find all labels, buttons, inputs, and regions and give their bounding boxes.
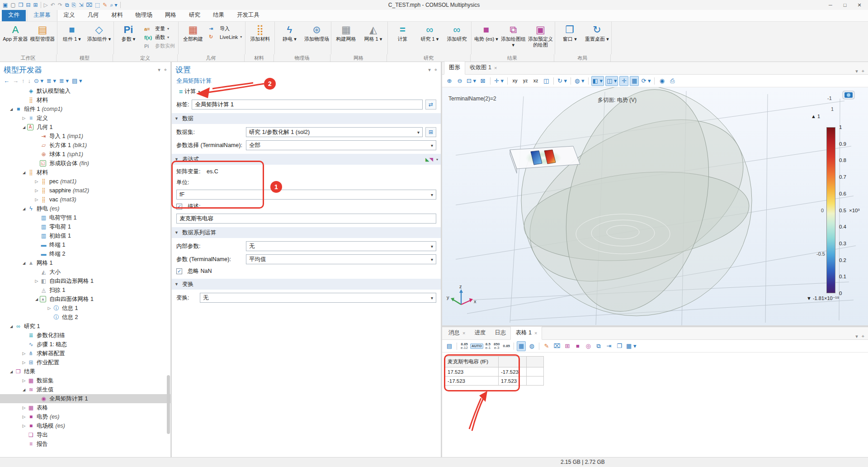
show-grid-icon[interactable]: ▦ bbox=[630, 76, 639, 86]
description-input-field[interactable] bbox=[179, 215, 433, 222]
precision-compact[interactable]: 850e-3 bbox=[493, 342, 500, 350]
graphics-canvas[interactable]: z y x TerminalName(2)=2 多切面: 电势 (V) 10.9 bbox=[442, 87, 868, 325]
tree-item-sapphire[interactable]: ▷⣿sapphire(mat2) bbox=[0, 186, 170, 195]
tree-expander[interactable]: ▷ bbox=[33, 179, 40, 184]
wireframe-icon[interactable]: ◫ ▾ bbox=[605, 76, 618, 86]
tree-item-电荷守恒 1[interactable]: ▥电荷守恒 1 bbox=[0, 213, 170, 222]
tree-expander[interactable]: ◢ bbox=[21, 261, 27, 265]
parameter-selection-select[interactable]: 全部 bbox=[246, 140, 436, 150]
table-cell[interactable] bbox=[527, 367, 544, 376]
transform-select[interactable]: 无 bbox=[200, 293, 436, 303]
tree-item-扫掠 1[interactable]: ◬扫掠 1 bbox=[0, 286, 170, 295]
tree-expander[interactable]: ▷ bbox=[33, 279, 40, 283]
back-icon[interactable]: ← bbox=[4, 78, 9, 84]
refresh-scene-icon[interactable]: ⟳ ▾ bbox=[640, 76, 651, 86]
add-component-button[interactable]: ◇添加组件 ▾ bbox=[86, 23, 112, 54]
tree-item-长方体 1[interactable]: ▱长方体 1(blk1) bbox=[0, 141, 170, 150]
duplicate-icon[interactable]: ⇲ bbox=[79, 2, 83, 8]
open-file-icon[interactable]: ❒ bbox=[19, 2, 24, 8]
add-study-button[interactable]: ∞添加研究 bbox=[443, 23, 470, 54]
zoom-in-icon[interactable]: ⊕ bbox=[445, 76, 454, 86]
camera-view-icon[interactable]: ◫ bbox=[542, 76, 551, 86]
copy-table-icon[interactable]: ⧉ bbox=[594, 341, 603, 351]
tree-item-步骤 1: 稳态[interactable]: ∿步骤 1: 稳态 bbox=[0, 340, 170, 349]
table-cell[interactable]: 17.523 bbox=[445, 367, 499, 376]
tree-expander[interactable]: ▷ bbox=[21, 424, 27, 428]
view-yz-icon[interactable]: yz bbox=[521, 76, 530, 86]
tree-item-求解器配置[interactable]: ▷⋔求解器配置 bbox=[0, 349, 170, 358]
snapshot-icon[interactable]: ◉ bbox=[657, 76, 666, 86]
full-precision-icon[interactable]: ◍ bbox=[527, 341, 536, 351]
save-icon[interactable]: ⊟ bbox=[26, 2, 30, 8]
tree-settings-icon[interactable]: ▤ ▾ bbox=[72, 78, 82, 84]
tree-item-数据集[interactable]: ▷▦数据集 bbox=[0, 376, 170, 385]
section-expression[interactable]: ▼ 表达式 ◣◥ ▾ bbox=[172, 154, 441, 165]
pin-icon[interactable]: ⌖ bbox=[434, 67, 437, 73]
maximize-button[interactable]: □ bbox=[838, 0, 852, 10]
tree-expander[interactable]: ◢ bbox=[8, 107, 14, 111]
ribbon-tab-文件[interactable]: 文件 bbox=[2, 10, 26, 21]
reset-desktop-button[interactable]: ↻重置桌面 ▾ bbox=[584, 23, 610, 54]
ribbon-tab-研究[interactable]: 研究 bbox=[183, 10, 207, 21]
info-tab-日志[interactable]: 日志 bbox=[490, 327, 510, 339]
tree-item-球体 1[interactable]: ⊕球体 1(sph1) bbox=[0, 150, 170, 159]
add-table-icon[interactable]: ⊞ bbox=[563, 341, 572, 351]
tree-expander[interactable]: ▷ bbox=[33, 188, 40, 193]
tree-expander[interactable]: ▷ bbox=[33, 197, 40, 202]
tree-item-信息 2[interactable]: ⓘ信息 2 bbox=[0, 313, 170, 322]
forward-icon[interactable]: → bbox=[13, 78, 19, 84]
minimize-button[interactable]: ─ bbox=[824, 0, 837, 10]
mesh-1-button[interactable]: ◭网格 1 ▾ bbox=[360, 23, 386, 54]
zoom-extents-icon[interactable]: ⊠ bbox=[478, 76, 487, 86]
tree-expander[interactable]: ▷ bbox=[21, 415, 27, 419]
highlight-icon[interactable]: ✎ bbox=[103, 2, 107, 8]
rotate-icon[interactable]: ↻ ▾ bbox=[557, 76, 568, 86]
tree-expander[interactable]: ◢ bbox=[21, 171, 27, 175]
tree-expander[interactable]: ▷ bbox=[21, 116, 27, 120]
search-icon[interactable]: ⌕ ▾ bbox=[110, 2, 117, 8]
graphics-tab-图形[interactable]: 图形 bbox=[444, 61, 465, 75]
scene-light-icon[interactable]: ◍ ▾ bbox=[574, 76, 585, 86]
copy-selection-icon[interactable]: ❐ bbox=[615, 341, 624, 351]
panel-menu-icon[interactable]: ▾ bbox=[855, 334, 858, 339]
panel-menu-icon[interactable]: ▾ bbox=[855, 68, 858, 74]
table-options-icon[interactable]: ▦ ▾ bbox=[625, 341, 637, 351]
electric-potential-plot-button[interactable]: ■电势 (es) ▾ bbox=[473, 23, 499, 54]
new-file-icon[interactable]: ▢ bbox=[10, 2, 15, 8]
tree-item-参数化扫描[interactable]: ≣参数化扫描 bbox=[0, 331, 170, 340]
close-icon[interactable]: × bbox=[462, 330, 465, 336]
move-up-icon[interactable]: ↑ bbox=[22, 78, 25, 84]
tree-item-导出[interactable]: ❑导出 bbox=[0, 430, 170, 439]
windows-button[interactable]: ❐窗口 ▾ bbox=[557, 23, 583, 54]
tree-item-结果[interactable]: ◢❒结果 bbox=[0, 367, 170, 376]
transparency-icon[interactable]: ◧ ▾ bbox=[591, 76, 604, 86]
tree-item-自由四面体网格 1[interactable]: ◢▲自由四面体网格 1 bbox=[0, 295, 170, 304]
label-input[interactable] bbox=[192, 100, 423, 110]
table-row[interactable]: 17.523-17.523 bbox=[445, 367, 544, 376]
tree-item-大小[interactable]: ◭大小 bbox=[0, 267, 170, 276]
panel-menu-icon[interactable]: ▾ bbox=[428, 67, 431, 73]
show-axes-icon[interactable]: ✛ bbox=[619, 76, 628, 86]
close-icon[interactable]: × bbox=[534, 330, 537, 336]
tree-expander[interactable]: ▷ bbox=[21, 351, 27, 356]
ribbon-tab-物理场[interactable]: 物理场 bbox=[129, 10, 159, 21]
tree-item-材料[interactable]: ⣿材料 bbox=[0, 95, 170, 105]
tree-item-作业配置[interactable]: ▷⊞作业配置 bbox=[0, 358, 170, 367]
paste-icon[interactable]: ⎘ bbox=[72, 2, 76, 8]
info-tab-消息[interactable]: 消息× bbox=[444, 327, 470, 339]
delete-icon[interactable]: ⌧ bbox=[86, 2, 92, 8]
plot-table-icon[interactable]: ■ bbox=[573, 341, 582, 351]
ribbon-tab-几何[interactable]: 几何 bbox=[81, 10, 105, 21]
electrostatics-button[interactable]: ϟ静电 ▾ bbox=[276, 23, 302, 54]
table-column-header[interactable] bbox=[499, 357, 527, 367]
tree-expander[interactable]: ◢ bbox=[21, 125, 27, 129]
tree-expander[interactable]: ◢ bbox=[33, 297, 40, 301]
tree-expander[interactable]: ◢ bbox=[21, 207, 27, 211]
component-1-button[interactable]: ■组件 1 ▾ bbox=[59, 23, 85, 54]
functions-button[interactable]: f(x)函数▾ bbox=[142, 33, 177, 41]
precision-decimal[interactable]: 0.85 bbox=[502, 344, 511, 348]
tree-item-默认模型输入[interactable]: ◈默认模型输入 bbox=[0, 86, 170, 95]
tree-item-形成联合体[interactable]: ◱形成联合体(fin) bbox=[0, 159, 170, 168]
table-row[interactable]: -17.52317.523 bbox=[445, 376, 544, 386]
compute-button[interactable]: =计算 bbox=[389, 23, 415, 54]
